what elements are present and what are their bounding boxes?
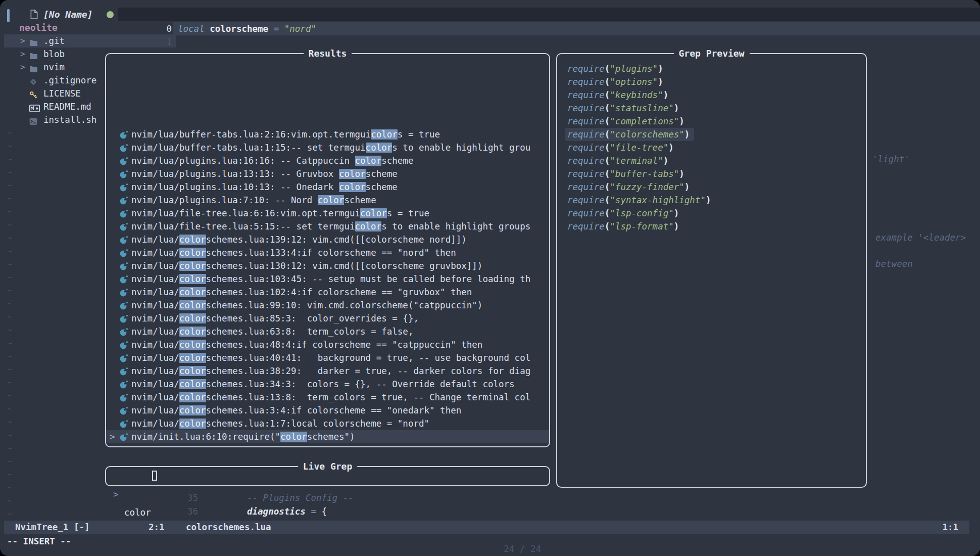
tilde-empty-line: ~	[7, 153, 13, 166]
preview-code-line: require("syntax-highlight")	[557, 194, 866, 207]
grep-result-row[interactable]: nvim/lua/colorschemes.lua:40:41: backgro…	[106, 351, 549, 364]
result-text: schemes.lua:48:4:if colorscheme == "catp…	[206, 340, 483, 350]
result-text: schemes.lua:85:3: color_overrides = {},	[206, 313, 419, 323]
result-text: nvim/lua/plugins.lua:7:10: -- Nord	[131, 195, 318, 205]
result-text: schemes")	[307, 432, 355, 442]
lua-file-icon	[119, 235, 128, 244]
result-text: scheme	[344, 195, 376, 205]
grep-result-row[interactable]: nvim/lua/colorschemes.lua:139:12: vim.cm…	[106, 233, 549, 246]
grep-result-row[interactable]: nvim/lua/plugins.lua:7:10: -- Nord color…	[106, 194, 549, 207]
grep-result-row[interactable]: nvim/lua/colorschemes.lua:13:8: term_col…	[106, 391, 549, 404]
tilde-empty-line: ~	[7, 363, 13, 376]
lua-file-icon	[119, 261, 128, 270]
match-highlight: color	[355, 156, 382, 166]
lua-file-icon	[119, 209, 128, 218]
grep-result-row[interactable]: nvim/lua/colorschemes.lua:63:8: term_col…	[106, 325, 549, 338]
grep-result-row[interactable]: nvim/lua/colorschemes.lua:85:3: color_ov…	[106, 312, 549, 325]
tilde-empty-line: ~	[7, 126, 13, 140]
grep-result-row[interactable]: nvim/lua/colorschemes.lua:99:10: vim.cmd…	[106, 299, 549, 312]
result-text: nvim/lua/	[131, 287, 179, 297]
result-text: nvim/lua/	[131, 405, 179, 415]
preview-code-line: require("statusline")	[557, 102, 866, 115]
line-number: 35	[178, 491, 198, 504]
tab-buffer-name[interactable]: [No Name]	[43, 8, 93, 21]
lua-file-icon	[119, 182, 128, 192]
lua-file-icon	[119, 274, 128, 284]
tree-item-label: README.md	[43, 100, 91, 113]
result-text: nvim/lua/buffer-tabs.lua:2:16:vim.opt.te…	[131, 129, 371, 140]
lua-file-icon	[119, 288, 128, 297]
result-text: schemes.lua:99:10: vim.cmd.colorscheme("…	[206, 300, 483, 310]
match-highlight: color	[318, 195, 345, 205]
grep-result-row[interactable]: nvim/lua/buffer-tabs.lua:2:16:vim.opt.te…	[106, 128, 549, 141]
statusline: NvimTree_1 [-] 2:1 colorschemes.lua 1:1	[4, 521, 969, 534]
tabline-fill	[118, 8, 980, 21]
tree-item-label: blob	[43, 48, 65, 61]
grep-result-row[interactable]: nvim/lua/colorschemes.lua:102:4:if color…	[106, 286, 549, 299]
match-highlight: color	[179, 248, 206, 258]
grep-result-row[interactable]: nvim/lua/buffer-tabs.lua:1:15:-- set ter…	[106, 141, 549, 154]
lua-file-icon	[119, 366, 128, 376]
match-highlight: color	[371, 129, 398, 140]
tilde-empty-line: ~	[7, 284, 13, 297]
result-text: nvim/lua/	[131, 300, 179, 310]
markdown-icon	[29, 103, 40, 111]
match-highlight: color	[179, 261, 206, 271]
tilde-empty-line: ~	[7, 192, 13, 205]
grep-result-row[interactable]: nvim/lua/colorschemes.lua:1:7:local colo…	[106, 417, 549, 430]
statusline-cursor-position: 1:1	[942, 521, 958, 534]
lua-file-icon	[119, 432, 128, 441]
grep-result-row[interactable]: nvim/lua/plugins.lua:10:13: -- Onedark c…	[106, 180, 549, 194]
live-grep-input[interactable]: color	[124, 503, 151, 522]
grep-result-row[interactable]: nvim/lua/plugins.lua:13:13: -- Gruvbox c…	[106, 167, 549, 180]
grep-result-row[interactable]: >nvim/init.lua:6:10:require("colorscheme…	[106, 430, 549, 443]
result-text: schemes.lua:102:4:if colorscheme == "gru…	[206, 287, 472, 297]
result-text: schemes.lua:63:8: term_colors = false,	[206, 327, 414, 337]
result-text: s = true	[387, 208, 429, 218]
result-text: schemes.lua:130:12: vim.cmd([[colorschem…	[206, 261, 483, 271]
tilde-empty-line: ~	[7, 231, 13, 245]
result-text: nvim/lua/file-tree.lua:5:15:-- set termg…	[131, 221, 355, 231]
tilde-empty-line: ~	[7, 337, 13, 350]
result-text: schemes.lua:139:12: vim.cmd([[colorschem…	[206, 235, 467, 245]
tilde-empty-line: ~	[7, 166, 13, 179]
grep-result-row[interactable]: nvim/lua/colorschemes.lua:48:4:if colors…	[106, 338, 549, 351]
lua-file-icon	[119, 156, 128, 165]
grep-result-row[interactable]: nvim/lua/file-tree.lua:6:16:vim.opt.term…	[106, 207, 549, 220]
code-line[interactable]: local colorscheme = "nord"	[178, 22, 316, 35]
grep-result-row[interactable]: nvim/lua/colorschemes.lua:3:4:if colorsc…	[106, 404, 549, 417]
tilde-empty-line: ~	[7, 429, 13, 442]
folder-icon	[29, 63, 40, 72]
chevron-right-icon: >	[20, 61, 25, 74]
grep-result-row[interactable]: nvim/lua/plugins.lua:16:16: -- Catppucci…	[106, 154, 549, 167]
tilde-empty-line: ~	[7, 389, 13, 402]
grep-result-row[interactable]: nvim/lua/file-tree.lua:5:15:-- set termg…	[106, 220, 549, 233]
lua-file-icon	[119, 419, 128, 428]
statusline-buffer: NvimTree_1 [-]	[15, 521, 90, 534]
tilde-empty-line: ~	[7, 323, 13, 337]
grep-result-row[interactable]: nvim/lua/colorschemes.lua:133:4:if color…	[106, 246, 549, 259]
result-text: nvim/init.lua:6:10:require("	[131, 432, 280, 442]
lua-file-icon	[119, 248, 128, 257]
tilde-empty-line: ~	[7, 468, 13, 481]
gitignore-icon	[29, 76, 40, 85]
grep-result-row[interactable]: nvim/lua/colorschemes.lua:103:45: -- set…	[106, 272, 549, 286]
match-highlight: color	[179, 405, 206, 415]
grep-result-row[interactable]: nvim/lua/colorschemes.lua:34:3: colors =…	[106, 378, 549, 391]
grep-result-row[interactable]: nvim/lua/colorschemes.lua:130:12: vim.cm…	[106, 259, 549, 272]
grep-result-row[interactable]: nvim/lua/colorschemes.lua:38:29: darker …	[106, 364, 549, 378]
background-buffer-line: 35-- Plugins Config --	[0, 491, 980, 504]
match-highlight: color	[179, 287, 206, 297]
result-text: scheme	[366, 182, 398, 192]
filetree-root: neolite	[19, 21, 58, 34]
tree-item-label: nvim	[43, 61, 65, 74]
background-buffer-fragment: between	[875, 257, 913, 270]
modified-dot-icon	[107, 11, 114, 18]
lua-file-icon	[119, 393, 128, 402]
tilde-empty-line: ~	[7, 271, 13, 284]
chevron-right-icon: >	[20, 48, 25, 61]
result-text: nvim/lua/	[131, 327, 179, 337]
preview-code: require("plugins")require("options")requ…	[557, 62, 866, 233]
result-text: schemes.lua:133:4:if colorscheme == "nor…	[206, 248, 456, 258]
selection-caret-icon: >	[110, 430, 115, 443]
